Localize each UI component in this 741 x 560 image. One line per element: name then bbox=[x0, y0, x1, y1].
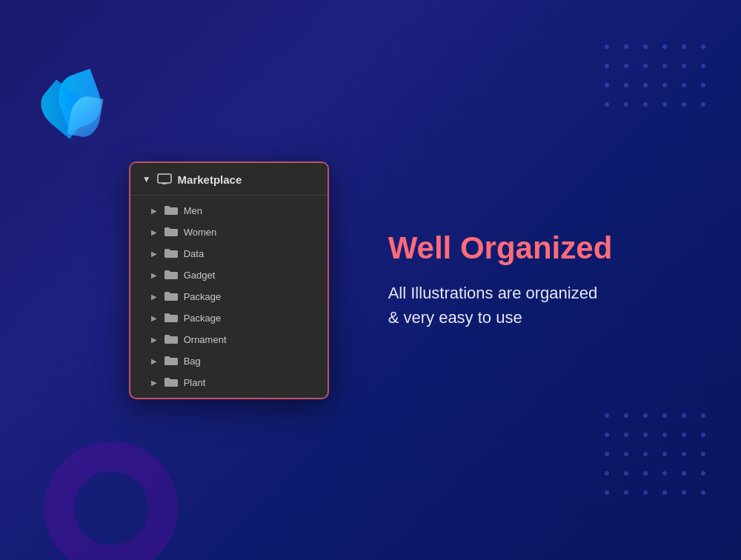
item-label: Gadget bbox=[184, 270, 216, 281]
folder-icon bbox=[165, 334, 178, 344]
list-item[interactable]: ▶ Men bbox=[130, 200, 328, 221]
list-item[interactable]: ▶ Plant bbox=[130, 372, 328, 393]
subtitle-line2: & very easy to use bbox=[388, 308, 522, 327]
headline: Well Organized bbox=[388, 230, 613, 266]
file-tree-body: ▶ Men ▶ Women ▶ Data bbox=[130, 196, 328, 398]
item-label: Plant bbox=[184, 377, 206, 388]
folder-icon bbox=[165, 291, 178, 301]
file-tree-header: ▼ Marketplace bbox=[130, 163, 328, 196]
list-item[interactable]: ▶ Gadget bbox=[130, 264, 328, 286]
main-content: ▼ Marketplace ▶ Men ▶ bbox=[0, 0, 741, 560]
folder-icon bbox=[165, 248, 178, 259]
item-arrow: ▶ bbox=[151, 336, 159, 344]
subtitle: All Illustrations are organized & very e… bbox=[388, 281, 613, 330]
item-arrow: ▶ bbox=[151, 357, 159, 365]
subtitle-line1: All Illustrations are organized bbox=[388, 284, 597, 302]
folder-icon bbox=[165, 313, 178, 323]
root-label: Marketplace bbox=[178, 173, 242, 186]
monitor-icon bbox=[157, 173, 172, 185]
item-label: Bag bbox=[184, 356, 201, 367]
folder-icon bbox=[165, 377, 178, 387]
item-arrow: ▶ bbox=[151, 293, 159, 301]
folder-icon bbox=[165, 205, 178, 216]
list-item[interactable]: ▶ Ornament bbox=[130, 329, 328, 350]
item-arrow: ▶ bbox=[151, 250, 159, 258]
list-item[interactable]: ▶ Package bbox=[130, 286, 328, 307]
item-arrow: ▶ bbox=[151, 207, 159, 215]
folder-icon bbox=[165, 356, 178, 366]
root-arrow: ▼ bbox=[142, 174, 151, 184]
item-arrow: ▶ bbox=[151, 314, 159, 322]
list-item[interactable]: ▶ Package bbox=[130, 307, 328, 329]
list-item[interactable]: ▶ Data bbox=[130, 243, 328, 264]
item-label: Ornament bbox=[184, 334, 227, 345]
item-label: Data bbox=[184, 248, 204, 259]
item-label: Package bbox=[184, 291, 222, 302]
text-content: Well Organized All Illustrations are org… bbox=[388, 230, 613, 330]
svg-rect-0 bbox=[158, 174, 171, 183]
list-item[interactable]: ▶ Bag bbox=[130, 350, 328, 372]
item-arrow: ▶ bbox=[151, 228, 159, 236]
folder-icon bbox=[165, 270, 178, 280]
list-item[interactable]: ▶ Women bbox=[130, 221, 328, 243]
file-tree-panel: ▼ Marketplace ▶ Men ▶ bbox=[129, 161, 329, 399]
item-label: Men bbox=[184, 205, 202, 216]
item-arrow: ▶ bbox=[151, 379, 159, 387]
folder-icon bbox=[165, 227, 178, 237]
item-label: Women bbox=[184, 227, 217, 238]
item-label: Package bbox=[184, 313, 222, 324]
item-arrow: ▶ bbox=[151, 271, 159, 279]
